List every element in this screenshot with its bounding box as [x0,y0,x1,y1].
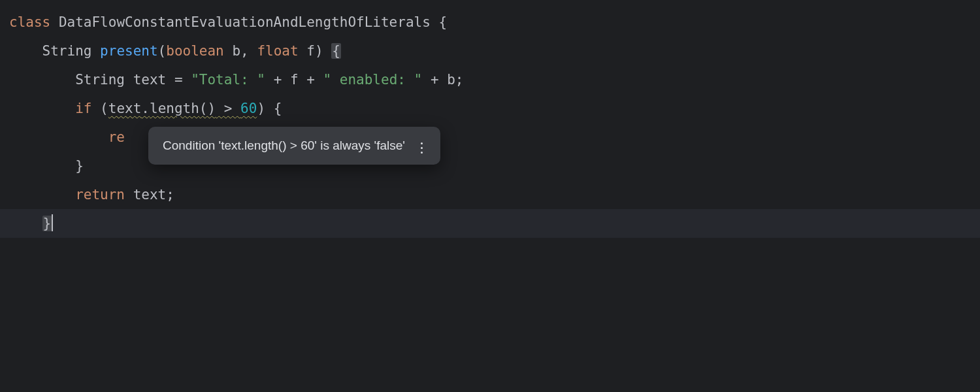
token-param: f [299,43,315,59]
token-brace-highlight: { [331,43,341,59]
code-line-1[interactable]: class DataFlowConstantEvaluationAndLengt… [9,8,980,37]
token-classname: DataFlowConstantEvaluationAndLengthOfLit… [59,14,431,30]
token-brace-highlight: } [42,216,52,231]
kebab-dot-icon [421,152,423,154]
token-space [323,43,332,59]
token-paren: () [199,101,216,116]
token-paren: ) [257,101,265,116]
token-string: " enabled: " [323,72,423,88]
token-keyword: class [9,14,50,30]
token-semi: ; [166,187,174,203]
token-space [91,101,100,116]
token-keyword-partial: re [108,129,125,145]
token-semi: ; [455,72,464,88]
indent [9,158,75,174]
token-paren: ( [100,101,108,116]
token-op: + [265,72,290,88]
kebab-dot-icon [421,142,423,144]
kebab-dot-icon [421,147,423,149]
token-op: = [174,72,183,88]
inspection-tooltip[interactable]: Condition 'text.length() > 60' is always… [148,127,440,165]
token-type: String [75,72,125,88]
code-line-3[interactable]: String text = "Total: " + f + " enabled:… [9,65,980,94]
token-comma: , [240,43,249,59]
token-var: text [133,187,167,203]
token-param: b [224,43,240,59]
tooltip-message: Condition 'text.length() > 60' is always… [163,139,405,153]
token-string: "Total: " [191,72,265,88]
token-keyword: if [75,101,91,116]
text-caret [52,214,53,231]
token-brace: { [274,101,282,116]
token-paren: ( [158,43,167,59]
code-editor[interactable]: class DataFlowConstantEvaluationAndLengt… [0,0,980,238]
token-method: present [100,43,158,59]
token-space [431,14,439,30]
token-type: String [42,43,92,59]
token-keyword: boolean [166,43,224,59]
token-op: + [299,72,323,88]
token-brace: { [438,14,447,30]
token-method-call: length [150,101,199,116]
token-op: > [216,101,240,116]
token-brace: } [75,158,84,174]
token-var: b [447,72,455,88]
token-op: + [422,72,447,88]
token-space [265,101,274,116]
token-var: text [125,72,174,88]
more-actions-button[interactable] [416,137,429,158]
token-space [249,43,257,59]
indent [9,216,42,231]
token-var: text [108,101,142,116]
token-space [125,187,133,203]
code-line-7[interactable]: return text; [9,180,980,209]
code-line-4[interactable]: if (text.length() > 60) { [9,94,980,123]
token-space [50,14,59,30]
indent [9,72,75,88]
indent [9,43,42,59]
code-line-2[interactable]: String present(boolean b, float f) { [9,37,980,65]
indent [9,187,75,203]
token-paren: ) [315,43,323,59]
warning-span[interactable]: text.length() > 60 [108,101,257,116]
token-number: 60 [240,101,257,116]
token-space [91,43,100,59]
code-line-8-current[interactable]: } [0,209,980,238]
token-var: f [290,72,299,88]
token-space [183,72,191,88]
indent [9,129,108,145]
indent [9,101,75,116]
token-keyword: float [257,43,298,59]
token-keyword: return [75,187,125,203]
token-dot: . [141,101,150,116]
